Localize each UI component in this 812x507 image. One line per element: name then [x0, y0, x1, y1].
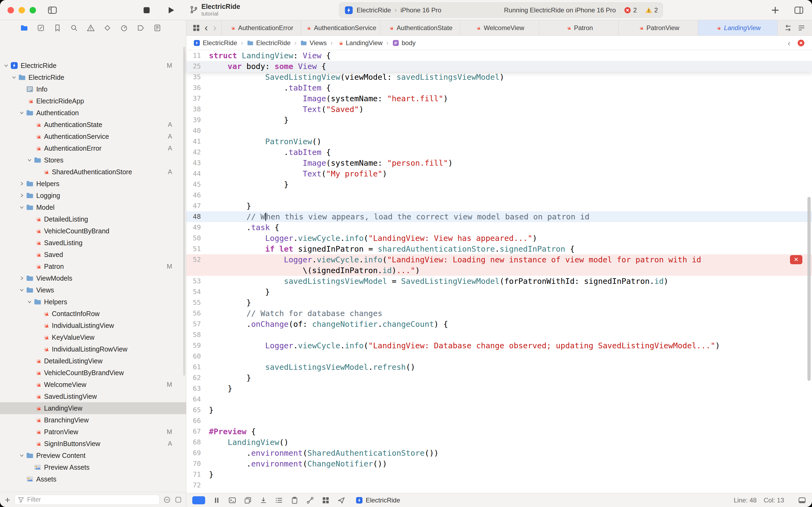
- disclosure-chevron-icon[interactable]: [26, 299, 33, 305]
- new-tab-icon[interactable]: [770, 5, 780, 15]
- tab-overview-icon[interactable]: [192, 24, 200, 32]
- activity-viewer[interactable]: ElectricRide › iPhone 16 Pro Running Ele…: [339, 2, 663, 18]
- breadcrumb-item-landingview[interactable]: LandingView: [337, 39, 383, 47]
- issues-navigator-icon[interactable]: [86, 23, 95, 32]
- tree-item-electricride[interactable]: ElectricRideM: [0, 60, 186, 71]
- code-line-38[interactable]: 38 Text("Saved"): [186, 104, 812, 115]
- source-code-area[interactable]: 35 SavedListingView(viewModel: savedList…: [186, 72, 812, 493]
- code-line-37[interactable]: 37 Image(systemName: "heart.fill"): [186, 93, 812, 104]
- tree-item-preview-assets[interactable]: Preview Assets: [0, 461, 186, 473]
- debug-navigator-icon[interactable]: [120, 23, 128, 32]
- editor-tab-welcomeview[interactable]: WelcomeView: [460, 20, 539, 36]
- error-count-badge[interactable]: 2: [624, 6, 637, 14]
- code-line-53[interactable]: 53 savedListingsViewModel = SavedListing…: [186, 276, 812, 287]
- code-line-11[interactable]: 11struct LandingView: View {: [186, 50, 812, 61]
- editor-tab-patron[interactable]: Patron: [539, 20, 619, 36]
- tree-item-vehiclecountbybrandview[interactable]: VehicleCountByBrandView: [0, 367, 186, 379]
- code-line-71[interactable]: 71}: [186, 469, 812, 480]
- code-line-55[interactable]: 55 }: [186, 297, 812, 308]
- editor-tab-patronview[interactable]: PatronView: [619, 20, 698, 36]
- stack-list-icon[interactable]: [275, 496, 283, 504]
- tree-item-contactinforow[interactable]: ContactInfoRow: [0, 308, 186, 320]
- download-container-icon[interactable]: [259, 496, 268, 504]
- tree-item-authenticationerror[interactable]: AuthenticationErrorA: [0, 142, 186, 154]
- code-review-icon[interactable]: [784, 24, 792, 32]
- editor-tab-authenticationservice[interactable]: AuthenticationService: [301, 20, 380, 36]
- code-line-59[interactable]: 59 Logger.viewCycle.info("LandingView: D…: [186, 340, 812, 351]
- tree-item-vehiclecountbybrand[interactable]: VehicleCountByBrand: [0, 225, 186, 237]
- code-line-50[interactable]: 50 Logger.viewCycle.info("LandingView: V…: [186, 233, 812, 243]
- tree-item-info[interactable]: Info: [0, 83, 186, 95]
- code-line-64[interactable]: 64: [186, 394, 812, 405]
- warning-count-badge[interactable]: 2: [645, 6, 658, 14]
- clipboard-icon[interactable]: [291, 496, 299, 504]
- disclosure-chevron-icon[interactable]: [18, 452, 25, 458]
- find-navigator-icon[interactable]: [70, 23, 78, 32]
- stop-button[interactable]: [142, 5, 152, 15]
- breadcrumb-item-views[interactable]: Views: [300, 39, 327, 47]
- tree-item-authenticationstate[interactable]: AuthenticationStateA: [0, 119, 186, 130]
- breadcrumb-item-electricride[interactable]: ElectricRide: [193, 39, 237, 47]
- toggle-navigator-icon[interactable]: [47, 5, 57, 15]
- disclosure-chevron-icon[interactable]: [26, 157, 33, 163]
- tree-item-patron[interactable]: PatronM: [0, 261, 186, 272]
- tree-item-keyvalueview[interactable]: KeyValueView: [0, 331, 186, 343]
- code-line-62[interactable]: 62 }: [186, 373, 812, 383]
- toggle-inspector-icon[interactable]: [794, 5, 804, 15]
- tree-item-model[interactable]: Model: [0, 202, 186, 213]
- code-line-45[interactable]: 45 }: [186, 179, 812, 190]
- inline-error-badge[interactable]: ✕: [790, 255, 802, 264]
- show-scm-changes-icon[interactable]: [163, 496, 171, 504]
- code-line-72[interactable]: 72: [186, 480, 812, 491]
- bookmarks-navigator-icon[interactable]: [53, 23, 62, 32]
- tree-item-detailedlisting[interactable]: DetailedListing: [0, 213, 186, 225]
- filter-input[interactable]: [26, 496, 157, 504]
- tree-item-savedlistingview[interactable]: SavedListingView: [0, 390, 186, 402]
- code-line-48[interactable]: 48 // When this view appears, load the c…: [186, 211, 812, 222]
- code-line-41[interactable]: 41 PatronView(): [186, 136, 812, 147]
- code-line-60[interactable]: 60: [186, 351, 812, 362]
- code-line-43[interactable]: 43 Image(systemName: "person.fill"): [186, 158, 812, 168]
- adjust-editor-options-icon[interactable]: [798, 24, 806, 32]
- breadcrumb-item-electricride[interactable]: ElectricRide: [247, 39, 291, 47]
- go-forward-icon[interactable]: ›: [212, 23, 218, 33]
- tree-item-individuallistingview[interactable]: IndividualListingView: [0, 320, 186, 331]
- code-line-69[interactable]: 69 .environment(SharedAuthenticationStor…: [186, 448, 812, 458]
- source-control-navigator-icon[interactable]: [37, 23, 45, 32]
- source-control-status[interactable]: ElectricRide tutorial: [189, 3, 240, 17]
- scheme-label[interactable]: ElectricRide: [357, 6, 391, 14]
- run-button[interactable]: [166, 5, 176, 15]
- minimize-window-icon[interactable]: [18, 7, 25, 13]
- tree-item-assets[interactable]: Assets: [0, 473, 186, 485]
- tree-item-branchingview[interactable]: BranchingView: [0, 414, 186, 426]
- tree-item-landingview[interactable]: LandingView: [0, 402, 186, 414]
- tree-item-electricrideapp[interactable]: ElectricRideApp: [0, 95, 186, 107]
- memory-graph-icon[interactable]: [322, 496, 330, 504]
- disclosure-chevron-icon[interactable]: [18, 110, 25, 116]
- code-line-49[interactable]: 49 .task {: [186, 222, 812, 233]
- tree-item-detailedlistingview[interactable]: DetailedListingView: [0, 355, 186, 367]
- simulate-location-icon[interactable]: [337, 496, 345, 504]
- code-line-56[interactable]: 56 // Watch for database changes: [186, 308, 812, 319]
- tree-item-viewmodels[interactable]: ViewModels: [0, 272, 186, 284]
- tree-item-logging[interactable]: Logging: [0, 189, 186, 202]
- disclosure-chevron-icon[interactable]: [18, 287, 25, 293]
- disclosure-chevron-icon[interactable]: [18, 181, 25, 187]
- code-line-36[interactable]: 36 .tabItem {: [186, 82, 812, 93]
- tests-navigator-icon[interactable]: [103, 23, 112, 32]
- code-line-58[interactable]: 58: [186, 330, 812, 340]
- tree-item-signinbuttonsview[interactable]: SignInButtonsViewA: [0, 438, 186, 450]
- tree-item-welcomeview[interactable]: WelcomeViewM: [0, 379, 186, 390]
- editor-tab-landingview[interactable]: LandingView: [698, 20, 777, 36]
- tree-item-saved[interactable]: Saved: [0, 249, 186, 261]
- issue-error-icon[interactable]: [797, 39, 805, 47]
- code-line-67[interactable]: 67#Preview {: [186, 426, 812, 437]
- code-line-51[interactable]: 51 if let signedInPatron = sharedAuthent…: [186, 243, 812, 254]
- tree-item-helpers[interactable]: Helpers: [0, 178, 186, 189]
- code-line-44[interactable]: 44 Text("My profile"): [186, 168, 812, 179]
- code-line-46[interactable]: 46: [186, 190, 812, 201]
- tree-item-helpers[interactable]: Helpers: [0, 296, 186, 308]
- code-line-66[interactable]: 66: [186, 415, 812, 426]
- disclosure-chevron-icon[interactable]: [3, 63, 10, 68]
- breakpoints-navigator-icon[interactable]: [136, 23, 145, 32]
